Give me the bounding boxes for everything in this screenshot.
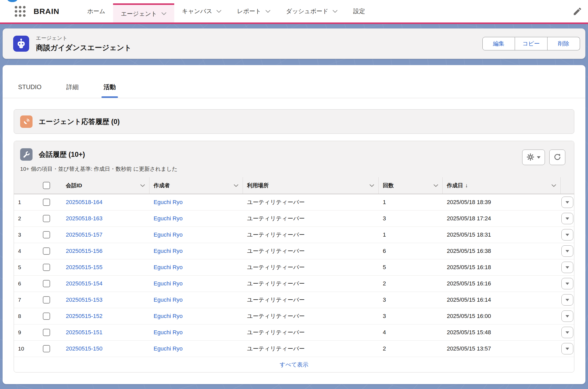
conversation-id-link[interactable]: 20250515-157: [66, 231, 102, 238]
delete-button[interactable]: 削除: [547, 37, 580, 50]
creator-link[interactable]: Eguchi Ryo: [154, 215, 183, 222]
conversation-id-link[interactable]: 20250515-153: [66, 297, 102, 303]
row-checkbox[interactable]: [43, 215, 50, 222]
agent-robot-icon: [13, 36, 29, 52]
refresh-button[interactable]: [549, 150, 565, 165]
conversation-history-card: 会話履歴 (10+) 10+ 個の項目・並び替え基準: 作成日・数秒前 に更新さ…: [14, 141, 574, 372]
entity-label: エージェント: [36, 35, 132, 42]
chevron-down-icon[interactable]: [332, 10, 338, 13]
conversation-id-link[interactable]: 20250515-155: [66, 264, 102, 270]
count-cell: 2: [379, 345, 443, 352]
creator-link[interactable]: Eguchi Ryo: [154, 231, 183, 238]
row-actions-button[interactable]: [561, 245, 573, 257]
row-actions-button[interactable]: [561, 213, 573, 224]
chevron-down-icon[interactable]: [231, 184, 239, 187]
signal-dish-icon: [20, 115, 33, 128]
row-number: 1: [14, 199, 43, 205]
row-actions-button[interactable]: [561, 229, 573, 240]
row-checkbox[interactable]: [43, 329, 50, 336]
nav-item-report[interactable]: レポート: [229, 0, 278, 22]
place-cell: ユーティリティーバー: [243, 215, 379, 222]
row-actions-button[interactable]: [561, 262, 573, 273]
row-checkbox[interactable]: [43, 313, 50, 320]
creator-link[interactable]: Eguchi Ryo: [154, 264, 183, 270]
chevron-down-icon[interactable]: [431, 184, 438, 187]
caret-down-icon: [566, 201, 569, 204]
table-body: 1 20250518-164 Eguchi Ryo ユーティリティーバー 1 2…: [14, 194, 574, 357]
row-checkbox-cell: [43, 345, 62, 352]
creator-link[interactable]: Eguchi Ryo: [154, 280, 183, 287]
row-checkbox[interactable]: [43, 296, 50, 304]
row-actions-button[interactable]: [561, 294, 573, 306]
creator-link[interactable]: Eguchi Ryo: [154, 199, 183, 205]
caret-down-icon: [566, 234, 569, 236]
place-cell: ユーティリティーバー: [243, 198, 379, 206]
conversation-id-link[interactable]: 20250515-150: [66, 345, 102, 352]
column-header-created-date[interactable]: 作成日 ↓: [443, 177, 561, 194]
creator-link[interactable]: Eguchi Ryo: [154, 345, 183, 352]
row-checkbox-cell: [43, 296, 62, 304]
nav-item-dashboard[interactable]: ダッシュボード: [278, 0, 345, 22]
edit-pencil-icon[interactable]: [573, 6, 582, 16]
conversation-id-link[interactable]: 20250515-156: [66, 248, 102, 254]
count-cell: 6: [379, 248, 443, 254]
row-number: 9: [14, 329, 43, 336]
conversation-id-link[interactable]: 20250515-152: [66, 313, 102, 319]
creator-link[interactable]: Eguchi Ryo: [154, 313, 183, 319]
creator-link[interactable]: Eguchi Ryo: [154, 329, 183, 336]
response-history-card[interactable]: エージェント応答履歴 (0): [14, 109, 574, 134]
conversation-id-link[interactable]: 20250515-154: [66, 280, 102, 287]
record-tabs: STUDIO 詳細 活動: [3, 65, 585, 98]
place-cell: ユーティリティーバー: [243, 329, 379, 336]
row-checkbox[interactable]: [43, 199, 50, 206]
row-number: 4: [14, 248, 43, 254]
select-all-checkbox[interactable]: [43, 182, 50, 189]
chevron-down-icon[interactable]: [138, 184, 145, 187]
place-cell: ユーティリティーバー: [243, 263, 379, 271]
conversation-id-link[interactable]: 20250515-151: [66, 329, 102, 336]
row-checkbox[interactable]: [43, 264, 50, 271]
row-actions-button[interactable]: [561, 327, 573, 338]
nav-item-settings[interactable]: 設定: [345, 0, 373, 22]
chevron-down-icon[interactable]: [367, 184, 374, 187]
row-checkbox[interactable]: [43, 280, 50, 287]
row-actions-button[interactable]: [561, 278, 573, 289]
tab-studio[interactable]: STUDIO: [18, 76, 42, 98]
table-row: 2 20250518-163 Eguchi Ryo ユーティリティーバー 3 2…: [14, 211, 574, 227]
conversation-card-header: 会話履歴 (10+) 10+ 個の項目・並び替え基準: 作成日・数秒前 に更新さ…: [14, 141, 574, 177]
place-cell: ユーティリティーバー: [243, 280, 379, 287]
row-checkbox-cell: [43, 199, 62, 206]
copy-button[interactable]: コピー: [515, 37, 547, 50]
nav-item-canvas[interactable]: キャンバス: [174, 0, 229, 22]
tab-details[interactable]: 詳細: [66, 76, 79, 98]
chevron-down-icon[interactable]: [549, 184, 556, 187]
conversation-id-link[interactable]: 20250518-163: [66, 215, 102, 222]
column-header-conversation-id[interactable]: 会話ID: [62, 177, 149, 194]
row-checkbox[interactable]: [43, 345, 50, 352]
row-actions-button[interactable]: [561, 343, 573, 354]
column-header-count[interactable]: 回数: [379, 177, 443, 194]
edit-button[interactable]: 編集: [482, 37, 515, 50]
row-actions-button[interactable]: [561, 310, 573, 322]
chevron-down-icon[interactable]: [265, 10, 271, 13]
table-header-row: 会話ID 作成者 利用場所 回数 作成日 ↓: [14, 177, 574, 194]
chevron-down-icon[interactable]: [161, 12, 166, 15]
column-header-creator[interactable]: 作成者: [149, 177, 243, 194]
creator-link[interactable]: Eguchi Ryo: [154, 248, 183, 254]
nav-item-agent[interactable]: エージェント: [113, 3, 174, 22]
caret-down-icon: [566, 217, 569, 220]
count-cell: 4: [379, 329, 443, 336]
list-settings-button[interactable]: [522, 150, 545, 165]
app-launcher-icon[interactable]: [14, 5, 26, 18]
row-number-column-header: [14, 177, 43, 194]
nav-item-home[interactable]: ホーム: [80, 0, 113, 22]
column-header-place[interactable]: 利用場所: [243, 177, 379, 194]
chevron-down-icon[interactable]: [216, 10, 221, 13]
show-all-link[interactable]: すべて表示: [280, 361, 308, 369]
row-checkbox[interactable]: [43, 247, 50, 255]
row-actions-button[interactable]: [561, 197, 573, 208]
row-checkbox[interactable]: [43, 231, 50, 238]
creator-link[interactable]: Eguchi Ryo: [154, 297, 183, 303]
tab-activity[interactable]: 活動: [104, 76, 116, 98]
conversation-id-link[interactable]: 20250518-164: [66, 199, 102, 205]
